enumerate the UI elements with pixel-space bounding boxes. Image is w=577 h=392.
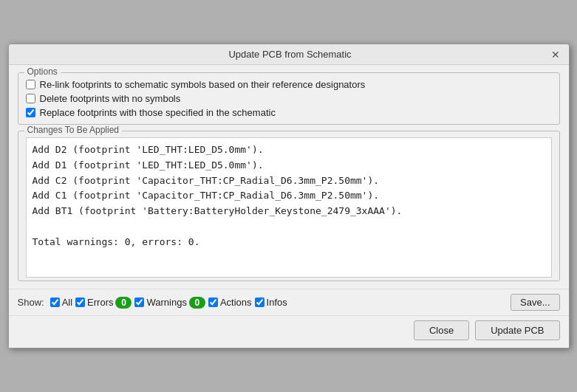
changes-group: Changes To Be Applied Add D2 (footprint …	[18, 131, 560, 281]
options-group: Options Re-link footprints to schematic …	[18, 72, 560, 125]
change-line-3: Add C2 (footprint 'Capacitor_THT:CP_Radi…	[33, 173, 545, 189]
filter-actions-checkbox[interactable]	[208, 298, 218, 307]
relink-checkbox[interactable]	[26, 80, 35, 89]
filter-errors: Errors 0	[75, 297, 132, 309]
options-group-label: Options	[24, 66, 61, 77]
relink-label[interactable]: Re-link footprints to schematic symbols …	[40, 79, 366, 90]
filter-all: All	[50, 297, 72, 308]
delete-label[interactable]: Delete footprints with no symbols	[40, 93, 181, 104]
filter-actions-label[interactable]: Actions	[220, 297, 252, 308]
filter-warnings-checkbox[interactable]	[134, 298, 144, 307]
update-pcb-dialog: Update PCB from Schematic ✕ Options Re-l…	[8, 44, 570, 348]
filter-infos-label[interactable]: Infos	[267, 297, 287, 308]
dialog-title: Update PCB from Schematic	[31, 49, 550, 60]
filter-warnings-label[interactable]: Warnings	[146, 297, 186, 308]
changes-group-label: Changes To Be Applied	[24, 125, 123, 135]
errors-badge: 0	[115, 297, 132, 309]
change-line-5: Add BT1 (footprint 'Battery:BatteryHolde…	[33, 204, 545, 219]
update-pcb-button[interactable]: Update PCB	[475, 320, 559, 340]
filter-errors-label[interactable]: Errors	[87, 297, 113, 308]
filter-all-label[interactable]: All	[62, 297, 72, 308]
title-bar: Update PCB from Schematic ✕	[9, 44, 569, 65]
option-replace-row: Replace footprints with those specified …	[26, 107, 552, 118]
save-button[interactable]: Save...	[511, 294, 559, 311]
filter-infos: Infos	[255, 297, 287, 308]
replace-label[interactable]: Replace footprints with those specified …	[40, 107, 276, 118]
filter-warnings: Warnings 0	[134, 297, 205, 309]
dialog-body: Options Re-link footprints to schematic …	[9, 65, 569, 289]
close-button[interactable]: Close	[414, 320, 469, 340]
change-line-2: Add D1 (footprint 'LED_THT:LED_D5.0mm').	[33, 158, 545, 173]
replace-checkbox[interactable]	[26, 108, 35, 117]
changes-summary: Total warnings: 0, errors: 0.	[33, 235, 545, 250]
action-row: Close Update PCB	[9, 315, 569, 348]
warnings-badge: 0	[189, 297, 205, 309]
show-label: Show:	[18, 297, 44, 308]
option-delete-row: Delete footprints with no symbols	[26, 93, 552, 104]
changes-content[interactable]: Add D2 (footprint 'LED_THT:LED_D5.0mm').…	[26, 137, 552, 278]
filter-row: Show: All Errors 0 Warnings 0 Actions In…	[9, 289, 569, 315]
filter-all-checkbox[interactable]	[50, 298, 60, 307]
change-line-4: Add C1 (footprint 'Capacitor_THT:CP_Radi…	[33, 188, 545, 204]
close-icon-button[interactable]: ✕	[550, 49, 561, 60]
change-line-1: Add D2 (footprint 'LED_THT:LED_D5.0mm').	[33, 142, 545, 158]
filter-errors-checkbox[interactable]	[75, 298, 85, 307]
option-relink-row: Re-link footprints to schematic symbols …	[26, 79, 552, 90]
filter-actions: Actions	[208, 297, 252, 308]
delete-checkbox[interactable]	[26, 94, 35, 103]
filter-infos-checkbox[interactable]	[255, 298, 264, 307]
